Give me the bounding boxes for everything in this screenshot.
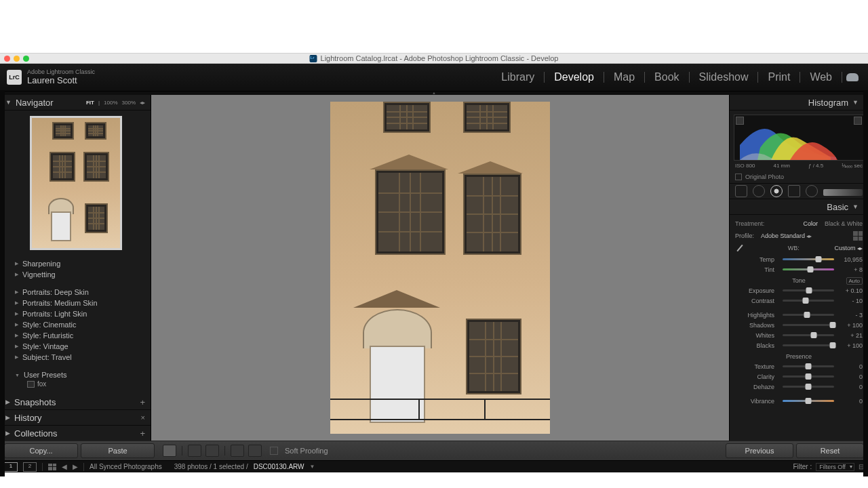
white-balance-row: WB: Custom ◂▸ <box>735 242 863 254</box>
window-zoom-traffic-light[interactable] <box>23 56 29 62</box>
wb-dropdown[interactable]: Custom ◂▸ <box>834 245 863 251</box>
crop-tool-icon[interactable] <box>735 185 747 197</box>
user-name: Lauren Scott <box>27 76 95 85</box>
presets-panel: ▶Sharpening ▶Vignetting ▶Portraits: Deep… <box>0 256 151 394</box>
filter-dropdown[interactable]: Filters Off <box>816 463 854 471</box>
add-collection-icon[interactable]: + <box>140 428 145 439</box>
dehaze-slider[interactable] <box>783 386 834 388</box>
cloud-sync-icon[interactable] <box>846 73 859 81</box>
masking-tool-icon[interactable] <box>770 185 783 197</box>
app-icon <box>310 55 317 62</box>
module-picker: Library Develop Map Book Slideshow Print… <box>492 71 861 83</box>
window-title: Lightroom Catalog.lrcat - Adobe Photosho… <box>321 54 559 62</box>
profile-row[interactable]: Profile: Adobe Standard ◂▸ <box>735 230 863 242</box>
navigator-zoom-controls[interactable]: FIT | 100% 300% ◂▸ <box>86 100 145 106</box>
add-snapshot-icon[interactable]: + <box>140 397 145 407</box>
preview-image <box>330 102 550 434</box>
window-minimize-traffic-light[interactable] <box>14 56 20 62</box>
redeye-tool-icon[interactable] <box>788 185 800 197</box>
nav-back-icon[interactable]: ◀ <box>62 463 67 470</box>
preset-group-user[interactable]: ▼User Presets <box>0 369 151 380</box>
histogram-metadata: ISO 800 41 mm ƒ / 4.5 ¹⁄₁₆₀₀ sec <box>734 161 864 171</box>
right-panel-edge[interactable] <box>863 90 868 476</box>
tint-slider[interactable] <box>783 268 834 270</box>
histogram-display[interactable] <box>734 115 864 161</box>
primary-display-button[interactable]: 1 <box>4 462 18 472</box>
loupe-view-button[interactable] <box>163 445 176 457</box>
preset-group[interactable]: ▶Portraits: Deep Skin <box>0 287 151 298</box>
left-panel: ▼ Navigator FIT | 100% 300% ◂▸ <box>0 95 151 441</box>
preset-group[interactable]: ▶Style: Cinematic <box>0 319 151 330</box>
module-map[interactable]: Map <box>604 71 644 83</box>
shadows-slider[interactable] <box>783 324 834 326</box>
image-canvas[interactable] <box>151 95 729 441</box>
preset-group[interactable]: ▶Subject: Travel <box>0 352 151 363</box>
soft-proof-checkbox[interactable] <box>270 447 278 455</box>
treatment-bw[interactable]: Black & White <box>825 220 863 227</box>
filmstrip-bar: 1 2 ◀ ▶ All Synced Photographs 398 photo… <box>0 460 868 472</box>
paste-settings-button[interactable]: Paste <box>81 443 155 458</box>
histogram-header[interactable]: Histogram▼ <box>730 95 868 110</box>
contrast-slider[interactable] <box>783 300 834 302</box>
highlights-slider[interactable] <box>783 314 834 316</box>
auto-tone-button[interactable]: Auto <box>846 277 863 285</box>
navigator-title: Navigator <box>16 98 54 108</box>
window-close-traffic-light[interactable] <box>4 56 10 62</box>
vibrance-slider[interactable] <box>783 400 834 402</box>
nav-forward-icon[interactable]: ▶ <box>73 463 78 470</box>
original-photo-toggle[interactable]: Original Photo <box>730 172 868 183</box>
preset-group[interactable]: ▶Portraits: Medium Skin <box>0 298 151 308</box>
preset-group[interactable]: ▶Style: Futuristic <box>0 330 151 341</box>
preset-group[interactable]: ▶Portraits: Light Skin <box>0 308 151 319</box>
compare-view-button[interactable] <box>231 445 244 457</box>
reset-button[interactable]: Reset <box>796 443 864 458</box>
left-panel-edge[interactable] <box>0 90 5 476</box>
collections-header[interactable]: ▶Collections+ <box>0 426 151 441</box>
copy-settings-button[interactable]: Copy... <box>4 443 78 458</box>
disclosure-triangle-icon: ▼ <box>5 99 12 106</box>
identity-plate: LrC Adobe Lightroom Classic Lauren Scott… <box>0 64 868 92</box>
navigator-header[interactable]: ▼ Navigator FIT | 100% 300% ◂▸ <box>0 95 151 110</box>
filmstrip-source[interactable]: All Synced Photographs <box>90 463 162 470</box>
module-web[interactable]: Web <box>800 71 842 83</box>
module-library[interactable]: Library <box>492 71 544 83</box>
preset-group[interactable]: ▶Style: Vintage <box>0 341 151 352</box>
preset-group[interactable]: ▶Vignetting <box>0 269 151 280</box>
wb-eyedropper-icon[interactable] <box>735 243 745 253</box>
before-after-tb-button[interactable] <box>205 445 219 457</box>
whites-slider[interactable] <box>783 334 834 336</box>
treatment-color[interactable]: Color <box>803 220 818 227</box>
module-book[interactable]: Book <box>645 71 688 83</box>
module-slideshow[interactable]: Slideshow <box>690 71 758 83</box>
blacks-slider[interactable] <box>783 344 834 346</box>
clarity-slider[interactable] <box>783 375 834 378</box>
preset-group[interactable]: ▶Sharpening <box>0 258 151 269</box>
previous-button[interactable]: Previous <box>726 443 793 458</box>
spot-removal-tool-icon[interactable] <box>753 185 765 197</box>
history-header[interactable]: ▶History× <box>0 410 151 426</box>
preset-item[interactable]: fox <box>0 380 151 388</box>
develop-toolstrip <box>730 183 868 199</box>
grid-view-icon[interactable] <box>48 464 56 470</box>
before-after-lr-button[interactable] <box>188 445 201 457</box>
graduated-filter-icon[interactable] <box>823 189 863 196</box>
profile-browser-icon[interactable] <box>853 231 863 241</box>
filter-label: Filter : <box>793 463 812 470</box>
secondary-display-button[interactable]: 2 <box>23 462 37 472</box>
navigator-thumbnail[interactable] <box>30 116 122 250</box>
soft-proof-label: Soft Proofing <box>285 447 328 455</box>
treatment-row: Treatment: Color Black & White <box>735 218 863 230</box>
temp-slider[interactable] <box>783 258 834 260</box>
texture-slider[interactable] <box>783 365 834 367</box>
exposure-slider[interactable] <box>783 289 834 291</box>
basic-panel-header[interactable]: Basic▼ <box>730 199 868 215</box>
clear-history-icon[interactable]: × <box>141 413 145 422</box>
lightroom-logo: LrC <box>7 70 22 85</box>
checkbox-icon <box>735 174 742 180</box>
radial-tool-icon[interactable] <box>806 185 818 197</box>
module-develop[interactable]: Develop <box>545 71 604 83</box>
module-print[interactable]: Print <box>758 71 800 83</box>
snapshots-header[interactable]: ▶Snapshots+ <box>0 394 151 410</box>
survey-view-button[interactable] <box>248 445 262 457</box>
filmstrip-filename[interactable]: DSC00130.ARW <box>254 463 304 470</box>
